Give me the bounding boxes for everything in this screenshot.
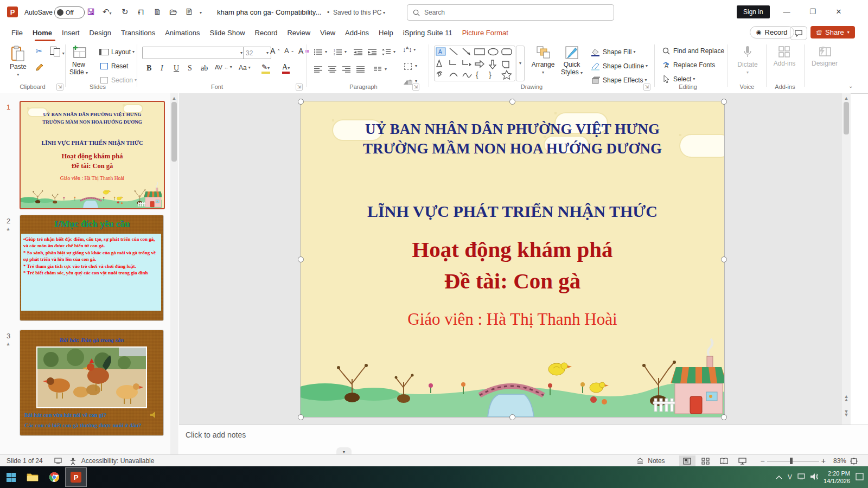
decrease-indent-button[interactable]	[353, 47, 363, 57]
record-button[interactable]: ◉ Record	[750, 26, 794, 38]
tab-design[interactable]: Design	[85, 25, 116, 40]
font-color-button[interactable]: A▾	[282, 63, 290, 72]
fit-to-window-icon[interactable]	[848, 455, 859, 466]
designer-button[interactable]: Designer	[808, 46, 841, 68]
restore-icon[interactable]: ❐	[804, 8, 821, 16]
drawing-dialog-launcher[interactable]: ⇲	[643, 84, 650, 91]
selection-handle-s[interactable]	[509, 414, 515, 420]
tab-insert[interactable]: Insert	[57, 25, 85, 40]
reading-view-button[interactable]	[716, 455, 732, 466]
undo-icon[interactable]: ↶▾	[103, 7, 112, 17]
comments-button[interactable]	[790, 26, 807, 40]
addins-button[interactable]: Add-ins	[770, 46, 799, 68]
autosave-toggle[interactable]: Off	[54, 7, 85, 18]
slide-sorter-view-button[interactable]	[698, 455, 714, 466]
file-explorer-icon[interactable]	[22, 466, 43, 488]
start-button[interactable]	[0, 466, 22, 488]
notification-center-icon[interactable]	[856, 473, 864, 482]
main-scrollbar[interactable]: ▲ ▲▲ ▼▼	[842, 93, 851, 425]
selection-handle-n[interactable]	[509, 99, 515, 105]
numbering-button[interactable]: 12▾	[332, 47, 347, 57]
notes-toggle-button[interactable]: Notes	[648, 457, 665, 465]
zoom-level[interactable]: 83%	[833, 457, 846, 465]
notes-placeholder[interactable]: Click to add notes	[186, 431, 246, 439]
normal-view-button[interactable]	[679, 455, 695, 466]
print-preview-icon[interactable]: 🖹	[185, 7, 193, 16]
tab-addins[interactable]: Add-ins	[340, 25, 374, 40]
tab-file[interactable]: File	[7, 25, 28, 40]
slide-activity-title[interactable]: Hoạt động khám phá Đề tài: Con gà	[301, 234, 724, 297]
selection-handle-e[interactable]	[721, 256, 727, 262]
tray-expand-icon[interactable]	[776, 473, 782, 481]
chrome-icon[interactable]	[43, 466, 65, 488]
line-spacing-button[interactable]: ▾	[381, 47, 395, 57]
scroll-up-icon[interactable]: ▲	[170, 93, 178, 101]
tab-transitions[interactable]: Transitions	[116, 25, 160, 40]
tab-view[interactable]: View	[315, 25, 340, 40]
saved-status[interactable]: Saved to this PC	[333, 9, 381, 16]
text-direction-button[interactable]: ↓A↕▾	[403, 46, 416, 54]
format-painter-button[interactable]	[36, 63, 44, 73]
close-icon[interactable]: ✕	[830, 8, 847, 16]
copy-button[interactable]: ▾	[50, 47, 65, 56]
tray-volume-icon[interactable]	[810, 473, 818, 481]
font-name-combobox[interactable]: ▾	[142, 47, 245, 59]
zoom-in-button[interactable]: +	[821, 457, 826, 465]
tab-ispring[interactable]: iSpring Suite 11	[398, 25, 457, 40]
notes-pane[interactable]: Click to add notes ▼	[179, 425, 868, 455]
selection-handle-ne[interactable]	[721, 99, 727, 105]
slide-canvas[interactable]: UỶ BAN NHÂN DÂN PHƯỜNG VIỆT HƯNG TRƯỜNG …	[300, 101, 725, 418]
shape-effects-button[interactable]: Shape Effects▾	[590, 75, 647, 86]
slide-counter[interactable]: Slide 1 of 24	[7, 457, 43, 465]
new-file-icon[interactable]: 🗎	[154, 7, 162, 16]
previous-slide-button[interactable]: ▲▲	[842, 395, 851, 402]
open-folder-icon[interactable]: 🗁	[169, 7, 177, 16]
saved-status-chevron-icon[interactable]: ▾	[383, 11, 385, 15]
align-text-button[interactable]: ▾	[403, 61, 417, 72]
start-slideshow-icon[interactable]: ⊓▸	[138, 7, 146, 17]
powerpoint-app-icon[interactable]: P	[7, 7, 18, 17]
change-case-button[interactable]: Aa▾	[239, 64, 251, 72]
search-input[interactable]: Search	[407, 4, 614, 21]
tab-record[interactable]: Record	[250, 25, 283, 40]
font-size-combobox[interactable]: 32▾	[243, 47, 271, 59]
justify-button[interactable]	[355, 64, 366, 75]
sign-in-button[interactable]: Sign in	[737, 5, 770, 18]
bold-button[interactable]: B	[144, 64, 154, 73]
align-right-button[interactable]	[341, 64, 352, 75]
tab-slideshow[interactable]: Slide Show	[205, 25, 250, 40]
align-center-button[interactable]	[327, 64, 337, 75]
paragraph-dialog-launcher[interactable]: ⇲	[412, 84, 419, 91]
selection-handle-w[interactable]	[298, 256, 304, 262]
display-settings-icon[interactable]	[53, 455, 63, 466]
replace-fonts-button[interactable]: A Replace Fonts	[661, 60, 715, 70]
slide-teacher-line[interactable]: Giáo viên : Hà Thị Thanh Hoài	[301, 310, 724, 329]
thumbnail-slide-3[interactable]: Bài hát: Đàn gà trong sân Bài hát con vừ…	[20, 330, 164, 436]
shape-outline-button[interactable]: Shape Outline▾	[590, 61, 648, 72]
shapes-gallery[interactable]: A {}	[434, 46, 515, 81]
align-left-button[interactable]	[312, 64, 323, 75]
character-spacing-button[interactable]: AV↔▾	[215, 64, 232, 70]
slideshow-view-button[interactable]	[735, 455, 751, 466]
thumbnail-slide-2[interactable]: I/Mục đích yêu cầu •Giúp trẻ nhận biết đ…	[20, 215, 164, 321]
tray-network-icon[interactable]	[797, 473, 805, 481]
main-scrollbar-thumb[interactable]	[844, 102, 849, 134]
font-dialog-launcher[interactable]: ⇲	[296, 84, 303, 91]
shape-fill-button[interactable]: Shape Fill▾	[590, 47, 635, 57]
zoom-slider-handle[interactable]	[790, 458, 793, 464]
thumbnail-slide-1[interactable]: UỶ BAN NHÂN DÂN PHƯỜNG VIỆT HƯNG TRƯỜNG …	[20, 101, 165, 209]
find-replace-button[interactable]: Find and Replace	[661, 46, 724, 56]
notes-splitter-handle[interactable]: ▼	[336, 447, 352, 454]
shrink-font-button[interactable]: A⌄	[284, 47, 294, 55]
shadow-button[interactable]: S	[186, 64, 194, 73]
bullets-button[interactable]: ▾	[312, 47, 327, 57]
underline-button[interactable]: U	[171, 64, 181, 73]
thumbnail-panel-scrollbar[interactable]: ▲	[170, 93, 178, 454]
reset-button[interactable]: Reset	[99, 61, 128, 72]
dictate-button[interactable]: Dictate ▾	[733, 46, 762, 75]
tab-review[interactable]: Review	[282, 25, 315, 40]
save-icon[interactable]: 🖫	[87, 7, 95, 16]
clipboard-dialog-launcher[interactable]: ⇲	[56, 84, 63, 91]
powerpoint-taskbar-icon[interactable]: P	[65, 467, 87, 487]
redo-icon[interactable]: ↻	[122, 7, 129, 17]
